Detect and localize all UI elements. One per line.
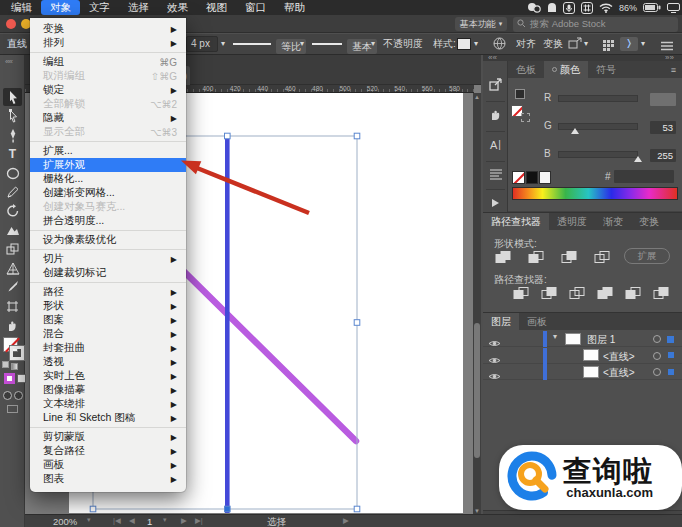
status-menu-icon[interactable]: ▶ xyxy=(343,516,349,525)
menubar-item-帮助[interactable]: 帮助 xyxy=(275,0,314,15)
scroll-up-icon[interactable]: ▲ xyxy=(474,94,480,100)
menu-item-形状[interactable]: 形状▶ xyxy=(30,299,186,313)
black-swatch[interactable] xyxy=(526,171,538,184)
scrollbar-thumb[interactable] xyxy=(474,323,480,458)
pathfinder-button-6[interactable] xyxy=(651,285,671,301)
hand-tool[interactable] xyxy=(3,316,22,334)
draw-behind-mode-icon[interactable] xyxy=(14,391,23,400)
menu-item-变换[interactable]: 变换▶ xyxy=(30,22,186,36)
slider-thumb-icon[interactable] xyxy=(571,128,579,134)
shape-mode-button-4[interactable] xyxy=(592,249,612,265)
menu-item-编组[interactable]: 编组⌘G xyxy=(30,55,186,69)
menu-item-扩展外观[interactable]: 扩展外观 xyxy=(30,158,186,172)
stroke-color-swatch[interactable] xyxy=(10,346,24,360)
menu-item-实时上色[interactable]: 实时上色▶ xyxy=(30,369,186,383)
pathfinder-button-2[interactable] xyxy=(539,285,559,301)
pathfinder-tab-变换[interactable]: 变换 xyxy=(631,213,667,230)
menu-item-Line 和 Sketch 图稿[interactable]: Line 和 Sketch 图稿▶ xyxy=(30,411,186,425)
eyedropper-tool[interactable] xyxy=(3,278,22,296)
layer-selected-indicator[interactable] xyxy=(668,352,674,358)
layer-name[interactable]: <直线> xyxy=(603,350,635,364)
menubar-item-窗口[interactable]: 窗口 xyxy=(236,0,275,15)
direct-selection-tool[interactable] xyxy=(3,107,22,125)
expand-strip-icon[interactable] xyxy=(486,193,505,212)
menu-item-图表[interactable]: 图表▶ xyxy=(30,472,186,486)
draw-normal-mode-icon[interactable] xyxy=(3,391,12,400)
color-tab-色板[interactable]: 色板 xyxy=(508,61,544,78)
layers-tab-画板[interactable]: 画板 xyxy=(519,313,555,330)
slider-thumb-icon[interactable] xyxy=(634,156,642,162)
brush-dropdown-icon[interactable]: ▾ xyxy=(371,34,375,54)
channel-slider-B[interactable] xyxy=(558,151,638,158)
visibility-eye-icon[interactable] xyxy=(488,367,501,385)
wifi-icon[interactable] xyxy=(599,3,613,13)
none-swatch[interactable] xyxy=(512,171,525,184)
menu-item-画板[interactable]: 画板▶ xyxy=(30,458,186,472)
pathfinder-button-3[interactable] xyxy=(567,285,587,301)
artboard-dropdown-icon[interactable]: ▾ xyxy=(163,516,167,524)
transform-button[interactable]: 变换 xyxy=(543,34,563,54)
stroke-active-swatch[interactable] xyxy=(4,373,15,384)
layer-thumbnail[interactable] xyxy=(583,366,599,378)
workspace-switcher[interactable]: 基本功能▾ xyxy=(455,17,507,31)
selection-tool[interactable] xyxy=(3,88,22,106)
shape-mode-button-2[interactable] xyxy=(526,249,546,265)
layer-thumbnail[interactable] xyxy=(583,349,599,361)
screen-mode-icon[interactable] xyxy=(7,405,18,413)
stroke-profile-control[interactable]: 等比 xyxy=(233,34,306,54)
perspective-grid-tool[interactable] xyxy=(3,259,22,277)
menubar-item-效果[interactable]: 效果 xyxy=(158,0,197,15)
ellipse-tool[interactable] xyxy=(3,164,22,182)
menu-item-文本绕排[interactable]: 文本绕排▶ xyxy=(30,397,186,411)
rotate-tool[interactable] xyxy=(3,202,22,220)
white-swatch[interactable] xyxy=(539,171,551,184)
channel-value-R[interactable] xyxy=(650,93,676,106)
zoom-level-field[interactable]: 200% xyxy=(53,516,77,527)
pencil-tool[interactable] xyxy=(3,183,22,201)
isolate-dropdown-icon[interactable]: ▾ xyxy=(584,34,588,54)
color-tab-符号[interactable]: 符号 xyxy=(588,61,624,78)
close-window-button[interactable] xyxy=(6,19,16,29)
dictation-icon[interactable] xyxy=(563,2,575,14)
siri-icon[interactable] xyxy=(547,2,557,13)
layer-target-icon[interactable] xyxy=(653,335,661,343)
color-mode-icon[interactable] xyxy=(2,361,9,368)
menu-item-切片[interactable]: 切片▶ xyxy=(30,252,186,266)
color-spectrum-bar[interactable] xyxy=(512,187,678,200)
stroke-width-dropdown-icon[interactable]: ▾ xyxy=(221,34,225,54)
pathfinder-button-5[interactable] xyxy=(623,285,643,301)
menu-item-隐藏[interactable]: 隐藏▶ xyxy=(30,111,186,125)
menu-item-栅格化[interactable]: 栅格化... xyxy=(30,172,186,186)
export-panel-icon[interactable] xyxy=(486,75,505,94)
menu-item-排列[interactable]: 排列▶ xyxy=(30,36,186,50)
layer-name[interactable]: 图层 1 xyxy=(587,333,615,347)
menu-item-复合路径[interactable]: 复合路径▶ xyxy=(30,444,186,458)
layer-thumbnail[interactable] xyxy=(565,333,581,345)
layer-selected-indicator[interactable] xyxy=(667,336,674,343)
chat-bubbles-icon[interactable] xyxy=(527,2,541,13)
layer-selected-indicator[interactable] xyxy=(668,369,674,375)
swap-fill-stroke-icon[interactable] xyxy=(515,89,525,99)
stroke-width-field[interactable]: 4 px xyxy=(186,36,218,52)
stroke-indicator[interactable] xyxy=(521,113,530,122)
menubar-item-文字[interactable]: 文字 xyxy=(80,0,119,15)
align-button[interactable]: 对齐 xyxy=(516,34,536,54)
share-button-icon[interactable]: ❭ xyxy=(620,37,638,51)
layer-row-图层 1[interactable]: ▾图层 1 xyxy=(483,331,682,347)
style-dropdown-icon[interactable]: ▾ xyxy=(474,34,478,54)
vertical-scrollbar[interactable]: ▲ ▼ xyxy=(473,93,481,515)
layer-target-icon[interactable] xyxy=(653,352,661,360)
shape-mode-button-3[interactable] xyxy=(559,249,579,265)
pathfinder-tab-透明度[interactable]: 透明度 xyxy=(549,213,595,230)
channel-value-B[interactable]: 255 xyxy=(650,149,676,162)
share-dropdown-icon[interactable]: ▾ xyxy=(641,34,645,54)
pathfinder-tab-路径查找器[interactable]: 路径查找器 xyxy=(483,213,549,230)
zoom-dropdown-icon[interactable]: ▾ xyxy=(87,516,91,524)
brush-control[interactable]: 基本 xyxy=(312,34,377,54)
menubar-item-编辑[interactable]: 编辑 xyxy=(2,0,41,15)
shape-mode-button-1[interactable] xyxy=(493,249,513,265)
menubar-item-选择[interactable]: 选择 xyxy=(119,0,158,15)
menu-item-剪切蒙版[interactable]: 剪切蒙版▶ xyxy=(30,430,186,444)
libraries-panel-icon[interactable] xyxy=(486,105,505,124)
scale-tool[interactable] xyxy=(3,221,22,239)
